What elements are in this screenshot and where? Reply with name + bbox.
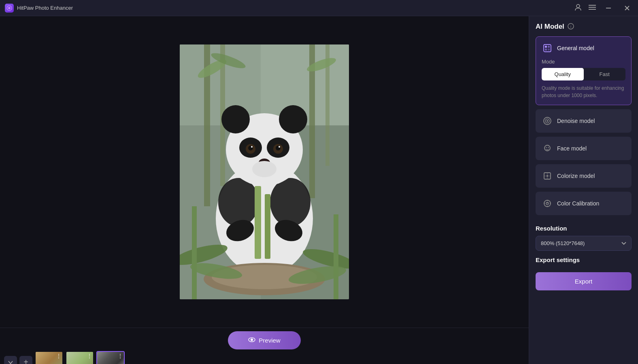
- app-title: HitPaw Photo Enhancer: [17, 5, 73, 11]
- svg-rect-54: [545, 49, 547, 51]
- mode-section: Mode Quality Fast Quality mode is suitab…: [542, 59, 625, 99]
- canvas-area: Preview + ⋮ 🖼 ⋮ 🖼: [0, 16, 529, 364]
- info-icon[interactable]: i: [568, 23, 574, 31]
- svg-rect-52: [545, 46, 547, 48]
- svg-rect-37: [255, 186, 261, 259]
- right-panel: AI Model i General model Mode Quality Fa…: [529, 16, 638, 364]
- denoise-model-name: Denoise model: [557, 118, 625, 124]
- resolution-dropdown[interactable]: 800% (5120*7648): [536, 236, 632, 251]
- svg-point-48: [251, 339, 253, 341]
- bottom-toolbar: Preview + ⋮ 🖼 ⋮ 🖼: [0, 328, 529, 364]
- svg-point-1: [8, 7, 11, 9]
- colorize-model-name: Colorize model: [557, 173, 625, 179]
- svg-point-2: [576, 4, 580, 8]
- face-model-icon: [542, 143, 553, 154]
- general-model-icon: [542, 42, 553, 54]
- svg-rect-45: [192, 206, 197, 299]
- image-viewport: [0, 16, 529, 328]
- svg-rect-53: [548, 46, 550, 48]
- denoise-model-item[interactable]: Denoise model: [536, 109, 632, 133]
- main-layout: Preview + ⋮ 🖼 ⋮ 🖼: [0, 16, 638, 364]
- svg-rect-51: [544, 44, 551, 52]
- thumb-menu-2[interactable]: ⋮: [87, 353, 92, 359]
- colorize-model-icon: [542, 170, 553, 182]
- svg-point-20: [218, 178, 259, 226]
- svg-point-31: [251, 146, 253, 148]
- eye-icon: [248, 336, 255, 345]
- svg-point-34: [252, 161, 276, 177]
- menu-icon[interactable]: [589, 4, 596, 12]
- denoise-model-icon: [542, 115, 553, 127]
- user-icon[interactable]: [574, 3, 582, 13]
- thumbnail-strip: + ⋮ 🖼 ⋮ 🖼 ⋮ 🖼: [0, 349, 529, 364]
- panda-image: [180, 44, 349, 299]
- resolution-value: 800% (5120*7648): [541, 240, 585, 246]
- colorize-model-item[interactable]: Colorize model: [536, 164, 632, 188]
- svg-text:i: i: [570, 25, 571, 29]
- ai-model-header: AI Model i: [536, 23, 632, 31]
- add-image-button[interactable]: +: [19, 356, 32, 364]
- mode-toggle: Quality Fast: [542, 68, 625, 80]
- svg-point-23: [221, 105, 250, 133]
- preview-button[interactable]: Preview: [228, 331, 300, 349]
- svg-point-60: [546, 147, 547, 148]
- close-button[interactable]: [621, 2, 633, 14]
- general-model-top: General model: [542, 42, 625, 54]
- svg-point-24: [279, 105, 307, 133]
- minimize-button[interactable]: [602, 2, 615, 14]
- general-model-item[interactable]: General model Mode Quality Fast Quality …: [536, 36, 632, 105]
- titlebar-right: [574, 2, 633, 14]
- thumb-menu-1[interactable]: ⋮: [56, 353, 62, 359]
- resolution-title: Resolution: [536, 225, 632, 232]
- add-icon: +: [23, 358, 28, 364]
- color-calibration-icon: [542, 198, 553, 209]
- export-button[interactable]: Export: [536, 272, 632, 290]
- export-settings-title: Export settings: [536, 256, 632, 263]
- thumbnail-3[interactable]: ⋮ 🖼: [96, 351, 125, 364]
- thumbnail-2[interactable]: ⋮ 🖼: [66, 351, 94, 364]
- titlebar-left: HitPaw Photo Enhancer: [5, 4, 73, 13]
- fast-mode-button[interactable]: Fast: [584, 68, 626, 80]
- ai-model-title: AI Model: [536, 23, 564, 31]
- color-calibration-item[interactable]: Color Calibration: [536, 192, 632, 215]
- mode-label: Mode: [542, 59, 625, 65]
- face-model-item[interactable]: Face model: [536, 137, 632, 160]
- resolution-chevron: [621, 240, 626, 246]
- svg-point-58: [547, 120, 548, 122]
- preview-label: Preview: [259, 337, 280, 344]
- svg-point-61: [548, 147, 549, 148]
- color-calibration-name: Color Calibration: [557, 200, 625, 207]
- thumb-menu-3[interactable]: ⋮: [117, 353, 123, 359]
- thumbnail-nav-button[interactable]: [4, 356, 17, 364]
- titlebar: HitPaw Photo Enhancer: [0, 0, 638, 16]
- svg-point-63: [547, 175, 548, 177]
- thumbnail-1[interactable]: ⋮ 🖼: [35, 351, 63, 364]
- svg-point-21: [270, 178, 310, 226]
- svg-rect-38: [265, 194, 270, 259]
- svg-rect-55: [548, 49, 550, 51]
- svg-rect-46: [334, 214, 338, 299]
- app-logo: [5, 4, 14, 13]
- mode-description: Quality mode is suitable for enhancing p…: [542, 85, 625, 99]
- quality-mode-button[interactable]: Quality: [542, 68, 584, 80]
- svg-point-32: [279, 146, 280, 148]
- general-model-name: General model: [557, 45, 625, 51]
- face-model-name: Face model: [557, 145, 625, 152]
